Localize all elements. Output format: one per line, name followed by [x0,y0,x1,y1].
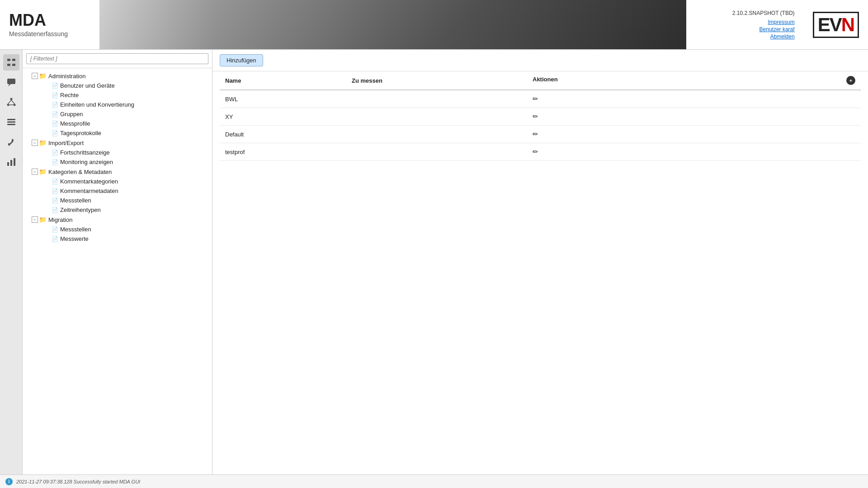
tree-item-label-einheiten: Einheiten und Konvertierung [60,101,134,108]
tree-item-messstellen-mig[interactable]: 📄Messstellen [23,225,212,234]
tree-item-importexport[interactable]: −📁Import/Export [23,138,212,148]
tree-nav-icon [6,57,16,67]
chat-nav-icon [6,77,16,87]
cell-name: Default [220,126,346,143]
tree-item-label-kategorien: Kategorien & Metadaten [48,169,112,175]
doc-icon-messwerte-mig: 📄 [52,236,58,242]
folder-icon-importexport: 📁 [39,139,47,146]
tree-item-kategorien[interactable]: −📁Kategorien & Metadaten [23,167,212,177]
tree-panel: −📁Administration📄Benutzer und Geräte📄Rec… [23,50,212,474]
doc-icon-fortschrittsanzeige: 📄 [52,150,58,156]
tree-item-fortschrittsanzeige[interactable]: 📄Fortschrittsanzeige [23,148,212,157]
tree-item-kommentarkategorien[interactable]: 📄Kommentarkategorien [23,177,212,186]
tree-item-monitoring[interactable]: 📄Monitoring anzeigen [23,157,212,167]
tree-toggle-migration[interactable]: − [32,216,38,223]
tree-item-label-messwerte-mig: Messwerte [60,235,89,242]
tree-item-messwerte-mig[interactable]: 📄Messwerte [23,234,212,244]
table-row: BWL ✏ [220,90,861,108]
edit-icon-3[interactable]: ✏ [533,148,538,155]
cell-actions: ✏ [527,108,861,126]
status-message: 2021-11-27 09:37:38.128 Successfully sta… [16,479,140,484]
cell-actions: ✏ [527,143,861,161]
header: MDA Messdatenerfassung 2.10.2.SNAPSHOT (… [0,0,868,50]
svg-rect-1 [12,59,15,61]
abmelden-link[interactable]: Abmelden [770,33,795,40]
header-bg-image [99,0,686,49]
status-bar: i 2021-11-27 09:37:38.128 Successfully s… [0,474,868,488]
impressum-link[interactable]: Impressum [768,19,794,25]
table-row: XY ✏ [220,108,861,126]
header-right-panel: 2.10.2.SNAPSHOT (TBD) Impressum Benutzer… [686,0,804,49]
table-settings-icon[interactable]: + [846,76,855,85]
cell-name: XY [220,108,346,126]
tree-item-label-zeitreihentypen: Zeitreihentypen [60,206,101,213]
doc-icon-einheiten: 📄 [52,102,58,108]
tree-item-kommentarmetadaten[interactable]: 📄Kommentarmetadaten [23,186,212,196]
sidebar-icon-tree[interactable] [3,54,19,70]
cell-actions: ✏ [527,90,861,108]
sidebar-icon-chart[interactable] [3,154,19,170]
chart-nav-icon [6,157,16,167]
header-links: Impressum Benutzer karaf Abmelden [760,19,795,40]
tree-item-tagesprotokolle[interactable]: 📄Tagesprotokolle [23,128,212,138]
tree-item-label-rechte: Rechte [60,92,79,99]
network-nav-icon [6,97,16,107]
doc-icon-messstellen-kat: 📄 [52,197,58,204]
cell-zu-messen [346,126,527,143]
svg-rect-4 [7,79,15,84]
svg-rect-2 [7,64,10,66]
tree-filter-container [23,50,212,68]
edit-icon-1[interactable]: ✏ [533,113,538,120]
svg-rect-0 [7,59,10,61]
tree-item-gruppen[interactable]: 📄Gruppen [23,109,212,119]
benutzer-link[interactable]: Benutzer karaf [760,26,795,33]
tree-item-zeitreihentypen[interactable]: 📄Zeitreihentypen [23,205,212,215]
tree-item-label-migration: Migration [48,216,72,223]
tree-item-messprofile[interactable]: 📄Messprofile [23,119,212,128]
tree-item-label-kommentarkategorien: Kommentarkategorien [60,178,118,185]
tree-toggle-kategorien[interactable]: − [32,169,38,175]
tree-item-rechte[interactable]: 📄Rechte [23,90,212,100]
tree-filter-input[interactable] [26,53,208,64]
doc-icon-gruppen: 📄 [52,111,58,117]
cell-zu-messen [346,108,527,126]
tree-item-admin[interactable]: −📁Administration [23,71,212,81]
tree-toggle-admin[interactable]: − [32,73,38,79]
edit-icon-2[interactable]: ✏ [533,130,538,138]
folder-icon-kategorien: 📁 [39,168,47,175]
tree-content: −📁Administration📄Benutzer und Geräte📄Rec… [23,68,212,474]
edit-icon-0[interactable]: ✏ [533,95,538,103]
col-aktionen: Aktionen + [527,71,861,90]
tree-item-migration[interactable]: −📁Migration [23,215,212,225]
tree-item-messstellen-kat[interactable]: 📄Messstellen [23,196,212,205]
content-toolbar: Hinzufügen [212,50,868,71]
content-area: Hinzufügen Name Zu messen Aktionen + BWL [212,50,868,474]
table-header-row: Name Zu messen Aktionen + [220,71,861,90]
sidebar-icon-panel [0,50,23,474]
tree-item-label-kommentarmetadaten: Kommentarmetadaten [60,188,118,194]
sidebar-icon-network[interactable] [3,94,19,110]
tree-item-einheiten[interactable]: 📄Einheiten und Konvertierung [23,100,212,109]
tree-item-label-tagesprotokolle: Tagesprotokolle [60,130,101,136]
doc-icon-rechte: 📄 [52,92,58,99]
svg-line-9 [8,100,11,104]
sidebar-icon-list[interactable] [3,114,19,130]
sidebar-icon-wrench[interactable] [3,134,19,150]
app-title: MDA [9,12,90,28]
tree-item-benutzer[interactable]: 📄Benutzer und Geräte [23,81,212,90]
sidebar-icon-chat[interactable] [3,74,19,90]
table-row: testprof ✏ [220,143,861,161]
status-icon: i [5,478,13,485]
folder-icon-migration: 📁 [39,216,47,223]
add-button[interactable]: Hinzufügen [220,54,263,66]
tree-item-label-benutzer: Benutzer und Geräte [60,82,115,89]
svg-rect-18 [14,158,15,166]
svg-rect-17 [10,160,12,166]
data-table: Name Zu messen Aktionen + BWL ✏ XY ✏ [220,71,861,161]
svg-point-6 [10,98,12,100]
tree-toggle-importexport[interactable]: − [32,140,38,146]
table-container: Name Zu messen Aktionen + BWL ✏ XY ✏ [212,71,868,474]
doc-icon-zeitreihentypen: 📄 [52,207,58,213]
svg-point-7 [7,104,9,106]
version-label: 2.10.2.SNAPSHOT (TBD) [732,10,795,16]
